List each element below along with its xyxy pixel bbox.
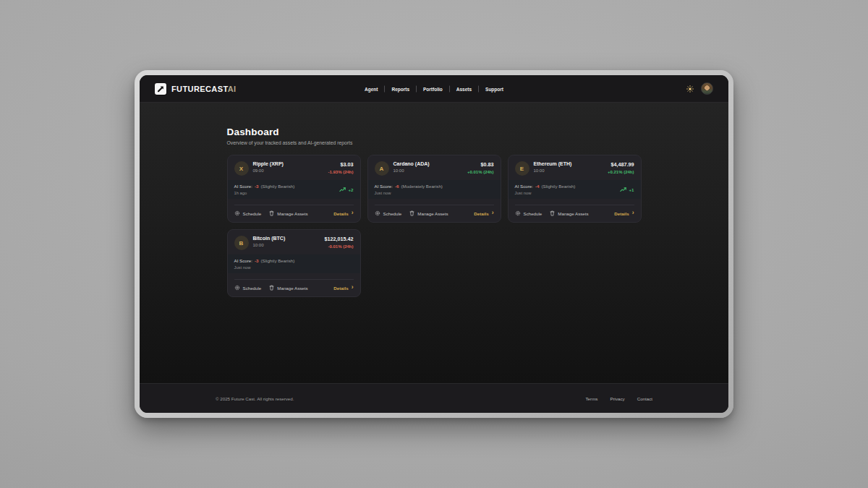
asset-price-block: $3.03 -1.93% (24h) [328,161,353,174]
details-button[interactable]: Details › [614,210,634,216]
asset-symbol-letter: X [239,166,243,172]
schedule-label: Schedule [243,211,262,216]
asset-card-header: E Ethereum (ETH) 10:00 $4,487.99 +0.21% … [509,155,641,180]
asset-name: Bitcoin (BTC) [253,236,320,241]
nav-item-agent[interactable]: Agent [358,86,384,91]
details-button[interactable]: Details › [474,210,493,216]
main-nav: Agent Reports Portfolio Assets Support [358,85,510,92]
schedule-button[interactable]: Schedule [234,210,262,216]
report-age: Just now [234,265,295,270]
footer-link-privacy[interactable]: Privacy [610,396,624,401]
details-button[interactable]: Details › [333,285,353,291]
manage-assets-button[interactable]: Manage Assets [269,285,307,291]
brand-name-primary: FUTURECAST [171,85,228,93]
footer-link-terms[interactable]: Terms [586,396,598,401]
ai-sentiment-label: (Slightly Bearish) [260,258,294,263]
ai-score-label: AI Score: [515,184,533,189]
asset-symbol-letter: A [380,166,384,172]
asset-name: Cardano (ADA) [393,161,463,166]
nav-item-portfolio[interactable]: Portfolio [417,86,449,91]
asset-info: Cardano (ADA) 10:00 [393,161,463,173]
trending-up-icon [620,187,626,192]
nav-item-support[interactable]: Support [479,86,510,91]
asset-change-24h: +0.21% (24h) [608,170,634,174]
theme-toggle-button[interactable] [686,85,694,93]
schedule-label: Schedule [383,211,402,216]
asset-name: Ethereum (ETH) [534,161,603,166]
trend-value: +2 [348,187,353,192]
schedule-button[interactable]: Schedule [234,285,262,291]
footer-links: Terms Privacy Contact [586,396,652,401]
app-screen: FUTURECASTAI Agent Reports Portfolio Ass… [140,75,728,413]
trash-icon [409,210,414,216]
trash-icon [269,285,274,291]
ai-score-block: AI Score: -3 (Slightly Bearish) Just now [234,258,295,270]
asset-card-actions: Schedule Manage Assets Details › [234,279,354,296]
ai-score-block: AI Score: -6 (Moderately Bearish) Just n… [375,184,443,195]
header-actions [686,82,713,95]
trash-icon [550,210,555,216]
ai-score-value: -3 [255,258,259,263]
details-label: Details [333,211,348,216]
report-age: Just now [375,191,443,195]
details-label: Details [474,211,488,216]
chevron-right-icon: › [632,210,634,216]
nav-item-assets[interactable]: Assets [450,86,478,91]
asset-name: Ripple (XRP) [253,161,324,166]
app-header: FUTURECASTAI Agent Reports Portfolio Ass… [140,75,728,103]
details-label: Details [614,211,629,216]
user-avatar[interactable] [701,82,713,95]
asset-change-24h: -1.93% (24h) [328,170,353,174]
ai-score-label: AI Score: [375,184,393,189]
ai-sentiment-label: (Slightly Bearish) [260,184,294,189]
ai-score-strip: AI Score: -3 (Slightly Bearish) Just now [228,254,360,273]
trend-badge: +2 [339,187,353,192]
asset-report-time: 10:00 [393,168,463,173]
manage-assets-label: Manage Assets [277,211,307,216]
copyright-text: © 2025 Future Cast. All rights reserved. [216,396,294,401]
asset-card-header: X Ripple (XRP) 09:00 $3.03 -1.93% (24h) [228,155,360,180]
page-subtitle: Overview of your tracked assets and AI-g… [227,140,642,145]
chevron-right-icon: › [492,210,494,216]
report-age: 1h ago [234,191,295,195]
asset-cards-grid: X Ripple (XRP) 09:00 $3.03 -1.93% (24h) … [227,155,642,297]
manage-assets-button[interactable]: Manage Assets [409,210,448,216]
ai-score-value: -3 [255,184,259,189]
trend-value: +1 [629,187,634,192]
manage-assets-label: Manage Assets [558,211,588,216]
chevron-right-icon: › [352,210,354,216]
brand[interactable]: FUTURECASTAI [155,83,237,95]
trending-up-icon [339,187,346,192]
asset-card: E Ethereum (ETH) 10:00 $4,487.99 +0.21% … [508,155,642,223]
trash-icon [269,210,274,216]
asset-card: A Cardano (ADA) 10:00 $0.83 +0.01% (24h)… [367,155,501,223]
ai-score-strip: AI Score: -4 (Slightly Bearish) Just now… [509,180,641,199]
asset-symbol-badge: E [515,161,529,176]
brand-logo-icon [155,83,166,95]
details-button[interactable]: Details › [333,210,353,216]
asset-card-header: B Bitcoin (BTC) 10:00 $122,015.42 -0.01%… [228,230,360,254]
asset-card: B Bitcoin (BTC) 10:00 $122,015.42 -0.01%… [227,229,361,297]
asset-info: Ethereum (ETH) 10:00 [534,161,603,173]
gear-icon [375,210,380,216]
desktop-background: FUTURECASTAI Agent Reports Portfolio Ass… [0,0,868,488]
manage-assets-button[interactable]: Manage Assets [269,210,307,216]
footer-link-contact[interactable]: Contact [637,396,652,401]
asset-symbol-badge: B [234,236,249,250]
asset-info: Bitcoin (BTC) 10:00 [253,236,320,247]
asset-symbol-letter: B [239,240,244,247]
schedule-button[interactable]: Schedule [375,210,402,216]
asset-change-24h: -0.01% (24h) [325,244,354,249]
details-label: Details [333,286,348,291]
ai-score-strip: AI Score: -6 (Moderately Bearish) Just n… [368,180,501,199]
app-footer: © 2025 Future Cast. All rights reserved.… [140,383,728,413]
schedule-button[interactable]: Schedule [515,210,542,216]
asset-info: Ripple (XRP) 09:00 [253,161,324,173]
asset-card-actions: Schedule Manage Assets Details › [234,205,354,222]
asset-price-block: $122,015.42 -0.01% (24h) [325,236,354,249]
nav-item-reports[interactable]: Reports [385,86,416,91]
footer-content: © 2025 Future Cast. All rights reserved.… [216,396,652,401]
manage-assets-button[interactable]: Manage Assets [550,210,588,216]
app-window: FUTURECASTAI Agent Reports Portfolio Ass… [135,70,733,418]
asset-report-time: 09:00 [253,168,324,173]
